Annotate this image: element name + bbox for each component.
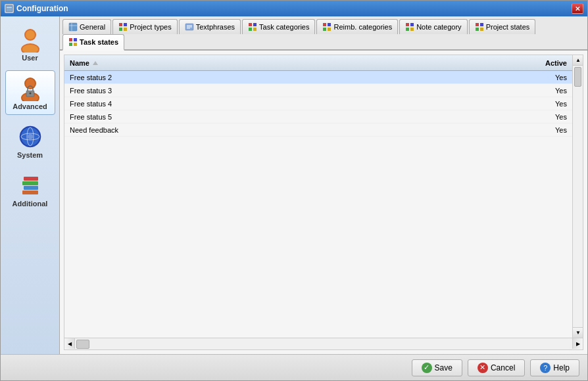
- svg-rect-0: [6, 5, 12, 12]
- svg-rect-38: [323, 28, 326, 31]
- svg-rect-40: [406, 23, 409, 26]
- row-name: Free status 3: [64, 87, 513, 95]
- svg-rect-20: [24, 177, 38, 181]
- cancel-label: Cancel: [491, 363, 515, 372]
- svg-rect-26: [119, 28, 122, 31]
- scroll-thumb[interactable]: [574, 67, 581, 87]
- system-icon: [17, 123, 43, 150]
- table-row[interactable]: Free status 4 Yes: [64, 97, 572, 110]
- scroll-left-button[interactable]: ◀: [64, 338, 75, 349]
- tab-note-category[interactable]: Note category: [399, 19, 467, 34]
- tab-textphrases[interactable]: Textphrases: [179, 19, 241, 34]
- svg-rect-17: [22, 190, 38, 194]
- svg-rect-35: [253, 28, 257, 31]
- svg-rect-44: [476, 23, 479, 26]
- sidebar-label-user: User: [22, 54, 37, 62]
- svg-rect-37: [328, 23, 331, 26]
- scroll-track: [573, 66, 583, 327]
- reimb-categories-tab-icon: [322, 22, 331, 32]
- tab-general-label: General: [80, 23, 105, 31]
- save-icon: ✓: [422, 363, 432, 373]
- title-bar-buttons: ✕: [572, 3, 583, 14]
- svg-rect-41: [410, 23, 414, 26]
- tabs-bar: General Project types: [60, 16, 587, 51]
- main-area: General Project types: [60, 16, 587, 354]
- help-icon: ?: [540, 363, 551, 373]
- svg-rect-21: [69, 23, 77, 31]
- row-active: Yes: [513, 87, 572, 95]
- sidebar-label-system: System: [17, 151, 43, 159]
- svg-rect-43: [410, 28, 414, 31]
- horizontal-scrollbar[interactable]: ◀ ▶: [64, 338, 583, 350]
- scroll-up-button[interactable]: ▲: [573, 55, 583, 66]
- scroll-right-button[interactable]: ▶: [572, 338, 583, 349]
- project-types-tab-icon: [118, 22, 128, 32]
- tab-reimb-categories[interactable]: Reimb. categories: [316, 19, 398, 34]
- window-icon: [5, 4, 14, 13]
- sort-icon: [92, 60, 99, 66]
- table-body: Free status 2 Yes Free status 3 Yes Free…: [64, 71, 572, 338]
- row-name: Free status 4: [64, 100, 513, 108]
- tab-task-categories[interactable]: Task categories: [242, 19, 315, 34]
- window-title: Configuration: [16, 4, 68, 13]
- table-row[interactable]: Free status 3 Yes: [64, 84, 572, 97]
- row-name: Free status 5: [64, 113, 513, 121]
- svg-point-8: [26, 79, 35, 88]
- tab-general[interactable]: General: [62, 19, 111, 34]
- save-button[interactable]: ✓ Save: [412, 359, 462, 376]
- configuration-window: Configuration ✕ User: [0, 0, 588, 381]
- row-active: Yes: [513, 113, 572, 121]
- title-bar-left: Configuration: [5, 4, 68, 13]
- svg-rect-39: [328, 28, 331, 31]
- svg-point-4: [26, 30, 35, 39]
- help-button[interactable]: ? Help: [530, 359, 579, 376]
- svg-rect-51: [74, 43, 77, 46]
- tab-project-states-label: Project states: [486, 23, 530, 31]
- table-row[interactable]: Free status 2 Yes: [64, 71, 572, 84]
- tab-task-states-label: Task states: [80, 38, 118, 46]
- tab-task-states[interactable]: Task states: [62, 34, 124, 51]
- help-label: Help: [553, 363, 570, 372]
- svg-rect-19: [22, 181, 38, 185]
- scroll-down-button[interactable]: ▼: [573, 327, 583, 338]
- svg-rect-49: [74, 38, 77, 41]
- vertical-scrollbar[interactable]: ▲ ▼: [572, 55, 583, 338]
- tab-project-types[interactable]: Project types: [112, 19, 178, 34]
- svg-rect-25: [124, 23, 127, 26]
- table-row[interactable]: Free status 5 Yes: [64, 110, 572, 123]
- row-name: Need feedback: [64, 126, 513, 134]
- textphrases-tab-icon: [185, 22, 194, 32]
- row-active: Yes: [513, 74, 572, 81]
- title-bar: Configuration ✕: [1, 1, 587, 16]
- sidebar-item-advanced[interactable]: Advanced: [5, 70, 55, 115]
- table-header: Name Active: [64, 55, 572, 71]
- svg-rect-33: [253, 23, 257, 26]
- sidebar-item-user[interactable]: User: [5, 22, 55, 66]
- tab-project-types-label: Project types: [130, 23, 172, 31]
- column-header-active[interactable]: Active: [513, 59, 572, 67]
- svg-rect-45: [480, 23, 483, 26]
- footer: ✓ Save ✕ Cancel ? Help: [1, 354, 587, 380]
- row-active: Yes: [513, 126, 572, 134]
- svg-rect-18: [24, 186, 38, 190]
- tab-textphrases-label: Textphrases: [196, 23, 235, 31]
- horizontal-scroll-thumb[interactable]: [76, 340, 89, 349]
- sidebar-item-system[interactable]: System: [5, 119, 55, 164]
- note-category-tab-icon: [405, 22, 414, 32]
- svg-marker-52: [93, 61, 98, 65]
- cancel-button[interactable]: ✕ Cancel: [468, 359, 525, 376]
- tab-project-states[interactable]: Project states: [469, 19, 536, 34]
- column-header-name[interactable]: Name: [64, 59, 513, 67]
- svg-rect-48: [69, 38, 72, 41]
- svg-rect-46: [476, 28, 479, 31]
- svg-rect-32: [249, 23, 252, 26]
- sidebar-item-additional[interactable]: Additional: [5, 168, 55, 212]
- sidebar-label-additional: Additional: [12, 200, 48, 208]
- close-button[interactable]: ✕: [572, 3, 583, 14]
- additional-icon: [17, 172, 43, 198]
- tab-task-categories-label: Task categories: [259, 23, 309, 31]
- advanced-icon: [17, 75, 43, 101]
- table-row[interactable]: Need feedback Yes: [64, 123, 572, 137]
- row-name: Free status 2: [64, 74, 513, 81]
- svg-rect-42: [406, 28, 409, 31]
